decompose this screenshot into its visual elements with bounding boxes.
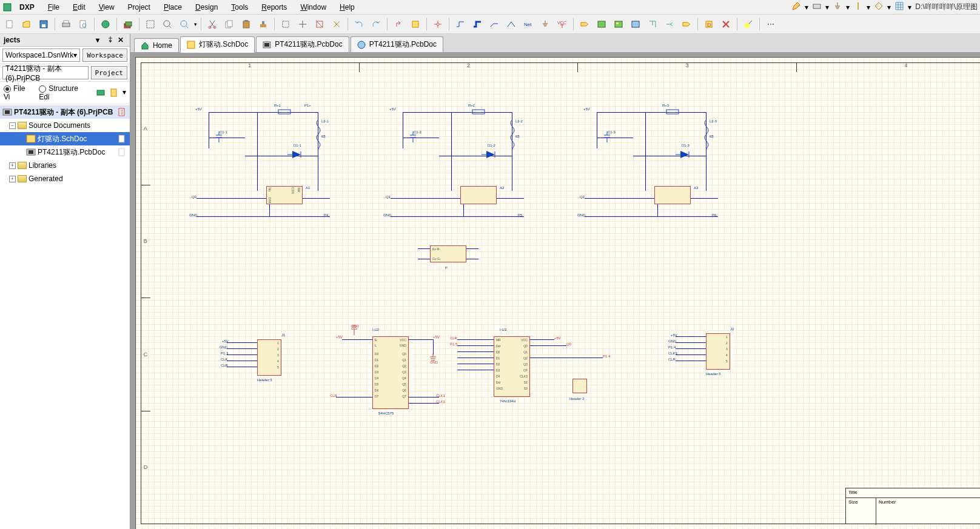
save-icon[interactable] bbox=[36, 17, 51, 32]
place-sheet-symbol-icon[interactable] bbox=[594, 17, 609, 32]
menu-project[interactable]: Project bbox=[122, 2, 156, 13]
undo-icon[interactable] bbox=[352, 17, 366, 32]
tree-project-root[interactable]: PT4211驱动 - 副本 (6).PrjPCB bbox=[0, 105, 130, 119]
more-icon[interactable] bbox=[764, 17, 778, 32]
tab-pcbdoc-2[interactable]: PT4211驱动.PcbDoc bbox=[351, 36, 443, 52]
place-device-sheet-icon[interactable] bbox=[628, 17, 643, 32]
driver-circuit-3[interactable]: +5V R+3 L2-3 68 D1-3 C1-3 A3 Q2 GND P6 bbox=[585, 107, 718, 222]
tb-bar-icon[interactable] bbox=[853, 1, 863, 13]
menu-place[interactable]: Place bbox=[158, 2, 188, 13]
select-rect-icon[interactable] bbox=[143, 17, 158, 32]
project-button[interactable]: Project bbox=[91, 66, 127, 79]
dropdown-arrow-icon[interactable]: ▾ bbox=[867, 3, 870, 12]
menu-view[interactable]: View bbox=[93, 2, 121, 13]
tab-pcbdoc-1[interactable]: PT4211驱动.PcbDoc bbox=[256, 36, 349, 52]
tree-generated[interactable]: + Generated bbox=[0, 172, 130, 185]
workspace-dropdown[interactable]: Workspace1.DsnWrk ▾ bbox=[2, 48, 80, 62]
deselect-icon[interactable] bbox=[312, 17, 327, 32]
layers-icon[interactable] bbox=[121, 17, 135, 32]
tree-pcbdoc-item[interactable]: PT4211驱动.PcbDoc bbox=[0, 145, 130, 159]
place-gnd-icon[interactable] bbox=[538, 17, 552, 32]
tb-diamond-icon[interactable] bbox=[874, 1, 884, 13]
place-port-icon[interactable] bbox=[577, 17, 592, 32]
redo-icon[interactable] bbox=[369, 17, 383, 32]
globe-icon[interactable] bbox=[98, 17, 113, 32]
project-dropdown[interactable]: T4211驱动 - 副本 (6).PrjPCB bbox=[2, 66, 89, 79]
driver-circuit-1[interactable]: Vin DIM CSN SW +5V R+1 P1+ L2-1 68 D1-1 bbox=[196, 107, 330, 222]
tab-pcb2-label: PT4211驱动.PcbDoc bbox=[369, 39, 437, 50]
cut-icon[interactable] bbox=[205, 17, 220, 32]
config-icon[interactable] bbox=[96, 88, 106, 98]
place-harness-entry-icon[interactable] bbox=[662, 17, 677, 32]
collapse-icon[interactable]: − bbox=[9, 122, 16, 129]
clear-icon[interactable] bbox=[329, 17, 344, 32]
cross-probe-icon[interactable] bbox=[431, 17, 445, 32]
place-harness-icon[interactable] bbox=[645, 17, 660, 32]
menu-dxp[interactable]: DXP bbox=[13, 2, 41, 13]
sim-probe-icon[interactable] bbox=[741, 17, 756, 32]
tb-gnd-icon[interactable] bbox=[833, 1, 842, 13]
rubber-stamp-icon[interactable] bbox=[256, 17, 270, 32]
structure-view-radio[interactable]: Structure Edi bbox=[39, 84, 90, 101]
options-icon[interactable] bbox=[109, 88, 119, 98]
place-sheet-entry-icon[interactable] bbox=[611, 17, 626, 32]
place-bus-icon[interactable] bbox=[470, 17, 485, 32]
select-icon[interactable] bbox=[278, 17, 293, 32]
hierarchy-down-icon[interactable] bbox=[408, 17, 423, 32]
menu-edit[interactable]: Edit bbox=[67, 2, 92, 13]
place-vcc-icon[interactable]: VCC bbox=[555, 17, 569, 32]
dropdown-arrow-icon[interactable]: ▾ bbox=[908, 3, 911, 12]
tab-home[interactable]: Home bbox=[134, 38, 179, 52]
preview-icon[interactable] bbox=[76, 17, 90, 32]
menu-tools[interactable]: Tools bbox=[225, 2, 254, 13]
zoom-icon[interactable] bbox=[177, 17, 192, 32]
move-icon[interactable] bbox=[295, 17, 310, 32]
open-doc-icon bbox=[118, 135, 126, 143]
place-net-label-icon[interactable] bbox=[504, 17, 519, 32]
tab-schdoc[interactable]: 灯驱动.SchDoc bbox=[180, 36, 255, 53]
menu-file[interactable]: File bbox=[42, 2, 65, 13]
place-part-icon[interactable] bbox=[679, 17, 694, 32]
close-icon[interactable]: ✕ bbox=[118, 36, 126, 44]
file-view-radio[interactable]: File Vi bbox=[4, 84, 33, 101]
dropdown-arrow-icon[interactable]: ▾ bbox=[194, 21, 197, 27]
menu-help[interactable]: Help bbox=[334, 2, 361, 13]
print-icon[interactable] bbox=[59, 17, 73, 32]
dropdown-arrow-icon[interactable]: ▾ bbox=[887, 3, 891, 12]
pin-icon[interactable] bbox=[107, 36, 115, 44]
dropdown-arrow-icon[interactable]: ▾ bbox=[122, 88, 126, 98]
zoom-fit-icon[interactable] bbox=[160, 17, 175, 32]
hierarchy-up-icon[interactable] bbox=[391, 17, 406, 32]
open-icon[interactable] bbox=[19, 17, 34, 32]
schematic-viewport[interactable]: 1 2 3 4 A B C D bbox=[130, 52, 980, 529]
expand-icon[interactable]: + bbox=[9, 162, 16, 169]
paste-icon[interactable] bbox=[239, 17, 253, 32]
place-wire-icon[interactable] bbox=[453, 17, 468, 32]
tree-libraries[interactable]: + Libraries bbox=[0, 159, 130, 172]
net-label-text-icon[interactable]: Net bbox=[521, 17, 535, 32]
new-icon[interactable] bbox=[2, 17, 17, 32]
menu-reports[interactable]: Reports bbox=[255, 2, 293, 13]
place-bus-entry-icon[interactable] bbox=[487, 17, 502, 32]
dropdown-arrow-icon[interactable]: ▾ bbox=[805, 3, 808, 12]
tree-source-documents[interactable]: − Source Documents bbox=[0, 119, 130, 132]
menu-design[interactable]: Design bbox=[189, 2, 224, 13]
svg-point-10 bbox=[102, 21, 109, 28]
expand-icon[interactable]: + bbox=[9, 176, 16, 182]
menu-window[interactable]: Window bbox=[294, 2, 332, 13]
tree-schdoc-item[interactable]: 灯驱动.SchDoc bbox=[0, 132, 130, 145]
connector-p[interactable]: R+ R- G+ G- P bbox=[430, 245, 466, 262]
dropdown-icon[interactable]: ▾ bbox=[96, 36, 104, 44]
copy-icon[interactable] bbox=[222, 17, 237, 32]
driver-circuit-2[interactable]: +5V R+2 L2-2 68 D1-2 C1-2 A2 Q1 GND P5 bbox=[391, 107, 524, 222]
schematic-sheet[interactable]: 1 2 3 4 A B C D bbox=[135, 57, 980, 529]
delete-icon[interactable] bbox=[719, 17, 733, 32]
svg-point-14 bbox=[164, 21, 170, 27]
dropdown-arrow-icon[interactable]: ▾ bbox=[846, 3, 850, 12]
tb-grid-icon[interactable] bbox=[894, 1, 904, 13]
place-directive-icon[interactable]: D bbox=[702, 17, 716, 32]
tb-print-icon[interactable] bbox=[812, 1, 822, 13]
workspace-button[interactable]: Workspace bbox=[82, 48, 127, 62]
tb-pencil-icon[interactable] bbox=[791, 1, 801, 13]
dropdown-arrow-icon[interactable]: ▾ bbox=[825, 3, 829, 12]
